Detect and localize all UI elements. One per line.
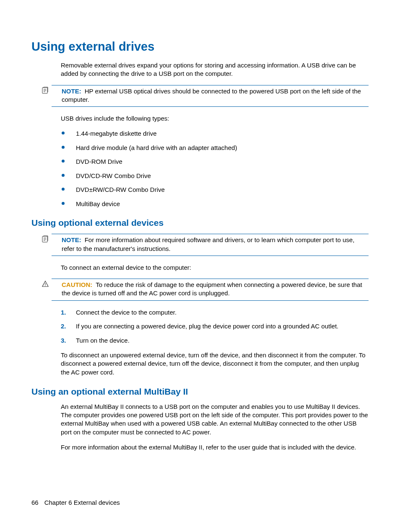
multibay-paragraph-2: For more information about the external … bbox=[61, 443, 369, 452]
note-text: HP external USB optical drives should be… bbox=[62, 88, 361, 103]
step-item: If you are connecting a powered device, … bbox=[61, 322, 369, 331]
page-footer: 66Chapter 6 External devices bbox=[31, 499, 120, 506]
note-icon bbox=[42, 235, 49, 243]
list-item: Hard drive module (a hard drive with an … bbox=[61, 144, 369, 152]
step-item: Connect the device to the computer. bbox=[61, 308, 369, 317]
list-item: DVD±RW/CD-RW Combo Drive bbox=[61, 186, 369, 194]
usb-types-list: 1.44-megabyte diskette drive Hard drive … bbox=[61, 129, 369, 208]
intro-paragraph: Removable external drives expand your op… bbox=[61, 61, 369, 78]
page-number: 66 bbox=[31, 499, 39, 506]
section-heading-optional-devices: Using optional external devices bbox=[31, 218, 369, 228]
caution-text: To reduce the risk of damage to the equi… bbox=[62, 281, 362, 297]
list-item: DVD/CD-RW Combo Drive bbox=[61, 172, 369, 180]
usb-types-intro: USB drives include the following types: bbox=[61, 114, 369, 123]
note-icon bbox=[42, 87, 49, 94]
note-callout-2: NOTE:For more information about required… bbox=[52, 234, 369, 256]
caution-label: CAUTION: bbox=[62, 281, 92, 288]
connect-intro: To connect an external device to the com… bbox=[61, 263, 369, 272]
list-item: DVD-ROM Drive bbox=[61, 158, 369, 166]
page-heading: Using external drives bbox=[31, 40, 369, 54]
caution-callout: CAUTION:To reduce the risk of damage to … bbox=[52, 279, 369, 301]
note-callout-1: NOTE:HP external USB optical drives shou… bbox=[52, 85, 369, 107]
svg-point-10 bbox=[45, 285, 46, 286]
disconnect-paragraph: To disconnect an unpowered external devi… bbox=[61, 351, 369, 377]
multibay-paragraph-1: An external MultiBay II connects to a US… bbox=[61, 403, 369, 436]
note-label: NOTE: bbox=[62, 88, 81, 95]
note-label: NOTE: bbox=[62, 236, 81, 243]
steps-list: Connect the device to the computer. If y… bbox=[61, 308, 369, 345]
chapter-label: Chapter 6 External devices bbox=[44, 499, 120, 506]
list-item: 1.44-megabyte diskette drive bbox=[61, 129, 369, 138]
caution-icon bbox=[42, 280, 49, 288]
step-item: Turn on the device. bbox=[61, 336, 369, 345]
section-heading-multibay: Using an optional external MultiBay II bbox=[31, 387, 369, 397]
list-item: MultiBay device bbox=[61, 200, 369, 208]
note-text: For more information about required soft… bbox=[62, 236, 354, 252]
